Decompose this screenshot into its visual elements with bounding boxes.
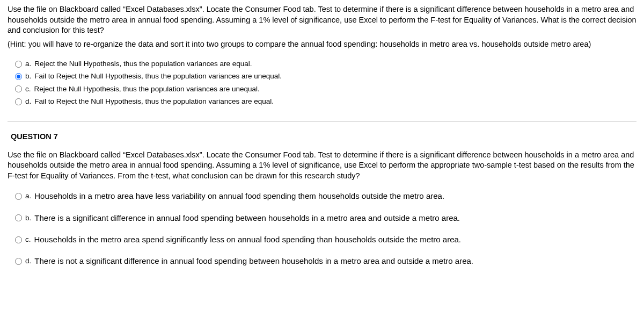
radio-icon[interactable]	[15, 236, 22, 243]
option-text: Fail to Reject the Null Hypothesis, thus…	[34, 97, 274, 106]
q6-options: a. Reject the Null Hypothesis, thus the …	[8, 59, 636, 106]
option-letter: c.	[25, 84, 31, 94]
question-7: QUESTION 7 Use the file on Blackboard ca…	[8, 132, 636, 267]
q7-prompt: Use the file on Blackboard called “Excel…	[8, 150, 636, 182]
option-letter: a.	[25, 191, 31, 201]
option-letter: d.	[25, 256, 31, 266]
option-text: Fail to Reject the Null Hypothesis, thus…	[34, 71, 282, 81]
radio-icon[interactable]	[15, 214, 22, 221]
q6-option-a[interactable]: a. Reject the Null Hypothesis, thus the …	[15, 59, 636, 69]
radio-icon[interactable]	[15, 258, 22, 265]
option-text: Households in a metro area have less var…	[34, 191, 444, 201]
radio-icon[interactable]	[15, 61, 22, 68]
q7-options: a. Households in a metro area have less …	[8, 191, 636, 267]
option-text: Reject the Null Hypothesis, thus the pop…	[34, 59, 252, 69]
q6-prompt: Use the file on Blackboard called “Excel…	[8, 4, 636, 36]
q7-option-c[interactable]: c. Households in the metro area spend si…	[15, 234, 636, 245]
option-text: Households in the metro area spend signi…	[34, 234, 462, 245]
q6-option-d[interactable]: d. Fail to Reject the Null Hypothesis, t…	[15, 97, 636, 106]
radio-icon[interactable]	[15, 73, 22, 80]
option-text: There is not a significant difference in…	[34, 256, 473, 267]
radio-icon[interactable]	[15, 85, 22, 92]
option-letter: d.	[25, 97, 31, 106]
q7-heading: QUESTION 7	[8, 132, 636, 142]
option-text: There is a significant difference in ann…	[34, 213, 460, 224]
question-divider	[8, 121, 636, 122]
option-text: Reject the Null Hypothesis, thus the pop…	[34, 84, 260, 94]
q7-option-b[interactable]: b. There is a significant difference in …	[15, 213, 636, 224]
option-letter: a.	[25, 59, 31, 69]
option-letter: b.	[25, 71, 31, 81]
q7-option-d[interactable]: d. There is not a significant difference…	[15, 256, 636, 267]
radio-icon[interactable]	[15, 98, 22, 105]
option-letter: c.	[25, 235, 31, 244]
q6-option-b[interactable]: b. Fail to Reject the Null Hypothesis, t…	[15, 71, 636, 81]
q6-hint: (Hint: you will have to re-organize the …	[8, 39, 636, 50]
question-6: Use the file on Blackboard called “Excel…	[8, 4, 636, 106]
radio-icon[interactable]	[15, 193, 22, 200]
q7-option-a[interactable]: a. Households in a metro area have less …	[15, 191, 636, 201]
option-letter: b.	[25, 213, 31, 223]
q6-option-c[interactable]: c. Reject the Null Hypothesis, thus the …	[15, 84, 636, 94]
